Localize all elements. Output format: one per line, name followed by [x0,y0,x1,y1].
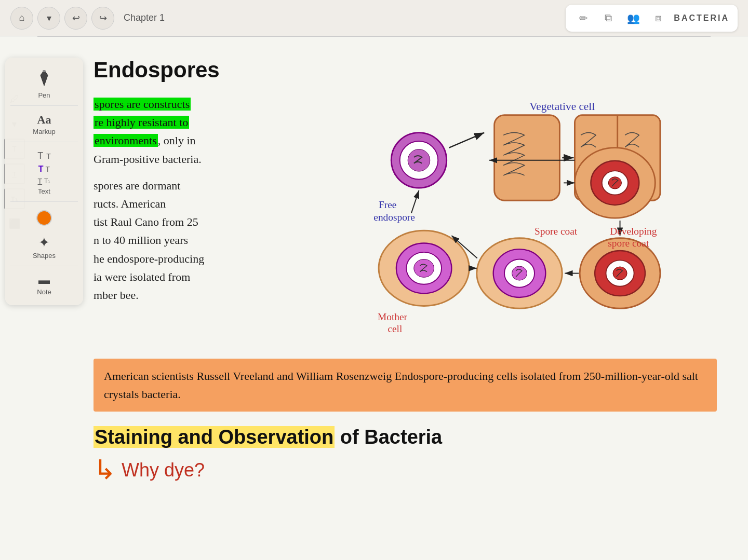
veg-cell-1 [495,115,560,201]
label-free-endospore-text1: Free [379,199,396,210]
book-title: BACTERIA [674,13,729,23]
color-picker[interactable] [5,204,83,230]
users-icon[interactable]: 👥 [624,9,643,28]
top-bar: ⌂ ▾ ↩ ↪ Chapter 1 ✏ ⧉ 👥 ⧈ BACTERIA [0,0,748,36]
why-dye-text: Why dye? [122,459,205,481]
label-vegetative-cell: Vegetative cell [529,100,595,113]
text-icon-bold: T [38,165,44,174]
label-dev-spore-text1: Developing [610,226,657,237]
staining-of-bacteria: of Bacteria [335,426,442,448]
text-gram-positive: Gram-positive bacteria. [94,153,202,166]
pen-icon [36,69,52,89]
shapes-tool[interactable]: ✦ Shapes [5,230,83,264]
highlight-staining-observation: Staining and Observation [94,426,335,448]
note-icon: ▬ [38,275,50,286]
highlight-constructs: spores are constructs [94,98,191,111]
top-right-controls: ✏ ⧉ 👥 ⧈ BACTERIA [566,5,738,32]
diagram-column: Vegetative cell [364,95,717,348]
curl-arrow-icon: ↳ [94,457,116,484]
highlight-resistant: re highly resistant to [94,116,189,129]
tool-panel: Pen Aa Markup T T T T T T₁ [5,58,83,305]
note-label: Note [37,288,51,296]
chapter-label: Chapter 1 [124,12,165,23]
page-content: Endospores spores are constructs re high… [94,58,717,484]
free-endospore-inner [408,149,430,172]
section-title-staining: Staining and Observation of Bacteria [94,426,717,448]
dropdown-button[interactable]: ▾ [37,7,60,30]
orange-highlight-block: American scientists Russell Vreeland and… [94,359,717,412]
content-row-main: spores are constructs re highly resistan… [94,95,717,348]
copy-icon[interactable]: ⧉ [599,9,618,28]
label-free-endospore-text2: endospore [373,212,415,223]
main-content: Pen Aa Markup T T T T T T₁ [0,37,748,560]
text-icon-small: T₁ [44,177,50,185]
pencil-icon[interactable]: ✏ [574,9,593,28]
text-icon-plain: T [46,165,50,173]
divider-3 [10,201,78,202]
arrow-free-to-veg [449,133,485,148]
home-button[interactable]: ⌂ [10,7,33,30]
label-mother-cell-text1: Mother [378,311,408,322]
color-circle[interactable] [36,210,52,226]
redo-button[interactable]: ↪ [91,7,114,30]
label-spore-coat-text1: Spore coat [535,226,578,237]
why-dye-container: ↳ Why dye? [94,457,717,484]
paragraph-1: spores are constructs re highly resistan… [94,95,348,168]
text-icon-2: T [46,152,51,160]
paragraph-2: spores are dormant ructs. American tist … [94,176,348,304]
markup-label: Markup [33,128,55,135]
divider-4 [10,266,78,266]
text-label: Text [38,187,50,195]
markup-tool[interactable]: Aa Markup [5,108,83,140]
document-area: Endospores spores are constructs re high… [0,37,748,560]
text-icon-1: T [37,151,43,161]
highlight-environments: environments [94,134,158,147]
undo-button[interactable]: ↩ [64,7,87,30]
arrow-to-free [411,190,419,213]
section-title-endospores: Endospores [94,58,717,83]
endospore-diagram: Vegetative cell [364,95,675,346]
divider-2 [10,142,78,142]
top-left-controls: ⌂ ▾ ↩ ↪ Chapter 1 [10,7,165,30]
markup-icon: Aa [37,114,51,126]
text-column: spores are constructs re highly resistan… [94,95,348,312]
bottom-section: Staining and Observation of Bacteria ↳ W… [94,426,717,484]
shapes-label: Shapes [33,252,56,259]
layers-icon[interactable]: ⧈ [649,9,667,28]
divider-1 [10,105,78,106]
pen-label: Pen [38,91,50,99]
label-dev-spore-text2: spore coat [608,238,649,249]
svg-rect-1 [43,70,46,72]
svg-marker-0 [41,70,48,86]
shapes-icon: ✦ [38,236,50,250]
label-mother-cell-text2: cell [388,323,402,334]
text-icon-under: T [38,177,43,185]
text-tool[interactable]: T T T T T T₁ Text [5,144,83,199]
text-only-in: , only in [158,134,196,147]
pen-tool[interactable]: Pen [5,63,83,103]
note-tool[interactable]: ▬ Note [5,268,83,300]
